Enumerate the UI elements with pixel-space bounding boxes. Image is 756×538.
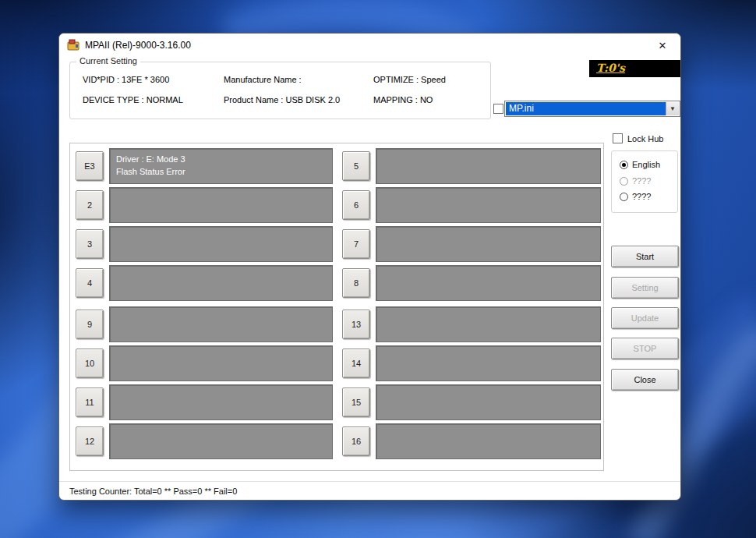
radio-label: English bbox=[632, 160, 660, 169]
ini-combo-value[interactable]: MP.ini bbox=[506, 102, 666, 115]
radio-label: ???? bbox=[632, 176, 651, 186]
lock-hub-checkbox[interactable] bbox=[613, 133, 623, 143]
slot-row-5: 9 13 bbox=[76, 306, 603, 342]
slot-button-6[interactable]: 6 bbox=[342, 190, 370, 220]
slot-panel-4 bbox=[109, 265, 333, 301]
slot-button-e3[interactable]: E3 bbox=[76, 151, 104, 181]
setting-button[interactable]: Setting bbox=[611, 277, 679, 299]
slot-panel-3 bbox=[109, 226, 333, 262]
radio-lang-3[interactable]: ???? bbox=[620, 192, 651, 201]
slot-panel-8 bbox=[376, 265, 601, 301]
slot-panel-14 bbox=[376, 345, 601, 381]
status-separator bbox=[59, 481, 680, 482]
slot-panel-7 bbox=[376, 226, 601, 262]
slot-row-1: E3 Driver : E: Mode 3 Flash Status Error… bbox=[76, 148, 603, 184]
radio-icon[interactable] bbox=[620, 177, 628, 186]
radio-icon[interactable] bbox=[620, 193, 628, 201]
radio-english[interactable]: English bbox=[620, 160, 660, 169]
slot-row-7: 11 15 bbox=[76, 384, 603, 420]
slot-panel-9 bbox=[109, 306, 333, 342]
device-type-field: DEVICE TYPE : NORMAL bbox=[83, 95, 183, 104]
language-group: English ???? ???? bbox=[611, 150, 678, 213]
slot-button-3[interactable]: 3 bbox=[76, 229, 104, 259]
slot-button-10[interactable]: 10 bbox=[76, 349, 104, 378]
slot-status-line: Flash Status Error bbox=[116, 165, 326, 178]
slot-panel-12 bbox=[109, 423, 333, 459]
slot-button-13[interactable]: 13 bbox=[342, 310, 370, 339]
radio-icon[interactable] bbox=[620, 161, 628, 169]
slot-status-line: Driver : E: Mode 3 bbox=[116, 153, 326, 165]
slot-button-8[interactable]: 8 bbox=[342, 268, 370, 298]
app-window: MPAII (Rel)-9000-3.16.00 ✕ Current Setti… bbox=[58, 33, 681, 501]
port-grid: E3 Driver : E: Mode 3 Flash Status Error… bbox=[69, 143, 604, 471]
title-bar[interactable]: MPAII (Rel)-9000-3.16.00 ✕ bbox=[59, 34, 680, 57]
close-button[interactable]: Close bbox=[611, 369, 679, 391]
slot-panel-13 bbox=[376, 306, 601, 342]
timer-display: T:0's bbox=[589, 60, 680, 77]
slot-panel-16 bbox=[376, 423, 601, 459]
slot-row-6: 10 14 bbox=[76, 345, 603, 381]
ini-checkbox[interactable] bbox=[493, 104, 503, 114]
slot-panel-5 bbox=[376, 148, 601, 184]
stop-button[interactable]: STOP bbox=[611, 338, 679, 359]
chevron-down-icon[interactable]: ▼ bbox=[666, 102, 679, 115]
slot-panel-11 bbox=[109, 384, 333, 420]
lock-hub-label: Lock Hub bbox=[627, 134, 663, 143]
current-setting-legend: Current Setting bbox=[76, 56, 140, 65]
slot-row-3: 3 7 bbox=[76, 226, 603, 262]
close-icon[interactable]: ✕ bbox=[645, 34, 680, 57]
slot-button-15[interactable]: 15 bbox=[342, 388, 370, 417]
slot-button-7[interactable]: 7 bbox=[342, 229, 370, 259]
slot-panel-6 bbox=[376, 187, 601, 223]
slot-panel-15 bbox=[376, 384, 601, 420]
radio-lang-2[interactable]: ???? bbox=[620, 176, 651, 186]
vid-pid-field: VID*PID : 13FE * 3600 bbox=[83, 75, 169, 84]
ini-combo[interactable]: MP.ini ▼ bbox=[504, 101, 680, 117]
current-setting-group: Current Setting VID*PID : 13FE * 3600 DE… bbox=[69, 62, 491, 119]
slot-panel-2 bbox=[109, 187, 333, 223]
slot-button-9[interactable]: 9 bbox=[76, 310, 104, 339]
slot-row-8: 12 16 bbox=[76, 423, 603, 459]
optimize-field: OPTIMIZE : Speed bbox=[373, 75, 446, 84]
slot-button-11[interactable]: 11 bbox=[76, 388, 104, 417]
slot-panel-10 bbox=[109, 345, 333, 381]
slot-button-2[interactable]: 2 bbox=[76, 190, 104, 220]
slot-button-12[interactable]: 12 bbox=[76, 427, 104, 456]
mapping-field: MAPPING : NO bbox=[373, 95, 433, 104]
lock-hub-control[interactable]: Lock Hub bbox=[613, 133, 663, 143]
update-button[interactable]: Update bbox=[611, 307, 679, 329]
app-icon bbox=[67, 39, 79, 51]
slot-button-5[interactable]: 5 bbox=[342, 151, 370, 181]
slot-panel-e3: Driver : E: Mode 3 Flash Status Error bbox=[109, 148, 333, 184]
window-title: MPAII (Rel)-9000-3.16.00 bbox=[85, 34, 191, 57]
radio-label: ???? bbox=[632, 192, 651, 201]
slot-button-14[interactable]: 14 bbox=[342, 349, 370, 378]
slot-row-2: 2 6 bbox=[76, 187, 603, 223]
start-button[interactable]: Start bbox=[611, 246, 679, 267]
product-name-field: Product Name : USB DISK 2.0 bbox=[224, 95, 340, 104]
manufacture-name-field: Manufacture Name : bbox=[224, 75, 302, 84]
testing-counter-status: Testing Counter: Total=0 ** Pass=0 ** Fa… bbox=[69, 487, 237, 496]
slot-button-16[interactable]: 16 bbox=[342, 427, 370, 456]
slot-button-4[interactable]: 4 bbox=[76, 268, 104, 298]
slot-row-4: 4 8 bbox=[76, 265, 603, 301]
